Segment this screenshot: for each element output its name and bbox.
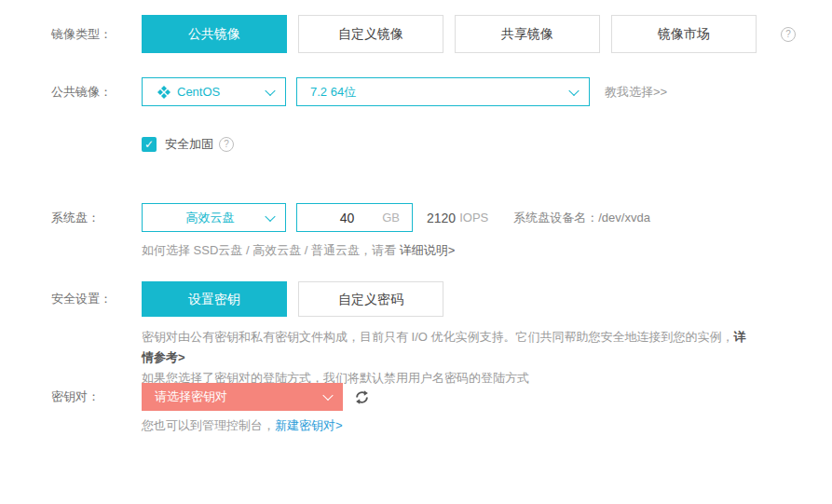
disk-hint-row: 如何选择 SSD云盘 / 高效云盘 / 普通云盘，请看 详细说明>: [51, 242, 832, 259]
public-image-row: 公共镜像： CentOS 7.2 64位 教我选择>>: [51, 77, 832, 106]
image-type-public-button[interactable]: 公共镜像: [142, 15, 287, 53]
image-type-marketplace-button[interactable]: 镜像市场: [611, 15, 757, 53]
chevron-down-icon: [568, 85, 579, 95]
iops-unit: IOPS: [459, 211, 488, 225]
os-version-value: 7.2 64位: [310, 84, 356, 101]
os-version-select[interactable]: 7.2 64位: [296, 77, 590, 106]
security-setting-options: 设置密钥 自定义密码: [142, 281, 455, 317]
image-type-row: 镜像类型： 公共镜像 自定义镜像 共享镜像 镜像市场 ?: [51, 15, 832, 53]
custom-password-button[interactable]: 自定义密码: [298, 281, 443, 317]
security-setting-label: 安全设置：: [51, 291, 142, 307]
security-setting-row: 安全设置： 设置密钥 自定义密码: [51, 281, 832, 317]
iops-value: 2120: [427, 211, 456, 225]
security-harden-help-icon[interactable]: ?: [219, 137, 234, 152]
security-harden-controls: ✓ 安全加固 ?: [142, 136, 234, 153]
image-type-custom-button[interactable]: 自定义镜像: [298, 15, 443, 53]
public-image-controls: CentOS 7.2 64位 教我选择>>: [142, 77, 667, 106]
keypair-controls: 请选择密钥对: [142, 383, 370, 411]
image-type-help-icon[interactable]: ?: [781, 27, 796, 42]
chevron-down-icon: [265, 211, 275, 221]
keypair-select-placeholder: 请选择密钥对: [155, 388, 227, 405]
keypair-label: 密钥对：: [51, 388, 142, 405]
security-harden-checkbox[interactable]: ✓: [142, 137, 157, 152]
os-select[interactable]: CentOS: [142, 77, 286, 106]
console-hint-text: 您也可以到管理控制台，: [142, 417, 275, 434]
disk-type-select[interactable]: 高效云盘: [142, 203, 286, 232]
security-harden-row: ✓ 安全加固 ?: [51, 136, 832, 152]
keypair-row: 密钥对： 请选择密钥对: [51, 383, 832, 411]
refresh-icon[interactable]: [354, 389, 370, 405]
teach-me-choose-link[interactable]: 教我选择>>: [605, 84, 667, 101]
system-disk-row: 系统盘： 高效云盘 GB 2120 IOPS 系统盘设备名：/dev/xvda: [51, 203, 832, 232]
system-disk-controls: 高效云盘 GB 2120 IOPS 系统盘设备名：/dev/xvda: [142, 203, 650, 232]
centos-logo-icon: [157, 86, 170, 99]
security-harden-label: 安全加固: [165, 136, 213, 153]
console-hint: 您也可以到管理控制台， 新建密钥对>: [142, 417, 343, 434]
system-disk-label: 系统盘：: [51, 210, 142, 226]
disk-hint: 如何选择 SSD云盘 / 高效云盘 / 普通云盘，请看 详细说明>: [142, 242, 455, 259]
chevron-down-icon: [265, 85, 275, 95]
disk-size-input[interactable]: [297, 210, 382, 226]
instance-config-form: 镜像类型： 公共镜像 自定义镜像 共享镜像 镜像市场 ? 公共镜像：: [0, 0, 832, 504]
public-image-label: 公共镜像：: [51, 84, 142, 101]
keypair-select[interactable]: 请选择密钥对: [142, 383, 343, 411]
set-keypair-button[interactable]: 设置密钥: [142, 281, 287, 317]
image-type-label: 镜像类型：: [51, 26, 142, 43]
create-keypair-link[interactable]: 新建密钥对>: [275, 417, 343, 434]
disk-size-unit: GB: [382, 211, 412, 225]
disk-type-value: 高效云盘: [186, 210, 235, 226]
image-type-shared-button[interactable]: 共享镜像: [455, 15, 600, 53]
disk-hint-text: 如何选择 SSD云盘 / 高效云盘 / 普通云盘，请看: [142, 242, 400, 259]
image-type-options: 公共镜像 自定义镜像 共享镜像 镜像市场 ?: [142, 15, 796, 53]
keypair-desc-row: 密钥对由公有密钥和私有密钥文件构成，目前只有 I/O 优化实例支持。它们共同帮助…: [51, 327, 832, 388]
console-hint-row: 您也可以到管理控制台， 新建密钥对>: [51, 417, 832, 434]
os-select-value: CentOS: [177, 85, 220, 99]
chevron-down-icon: [322, 390, 333, 401]
keypair-description: 密钥对由公有密钥和私有密钥文件构成，目前只有 I/O 优化实例支持。它们共同帮助…: [142, 327, 757, 388]
device-name-text: 系统盘设备名：/dev/xvda: [513, 210, 650, 226]
disk-size-field: GB: [296, 203, 413, 232]
keypair-desc-line1: 密钥对由公有密钥和私有密钥文件构成，目前只有 I/O 优化实例支持。它们共同帮助…: [142, 330, 734, 344]
disk-detail-link[interactable]: 详细说明>: [400, 242, 456, 259]
